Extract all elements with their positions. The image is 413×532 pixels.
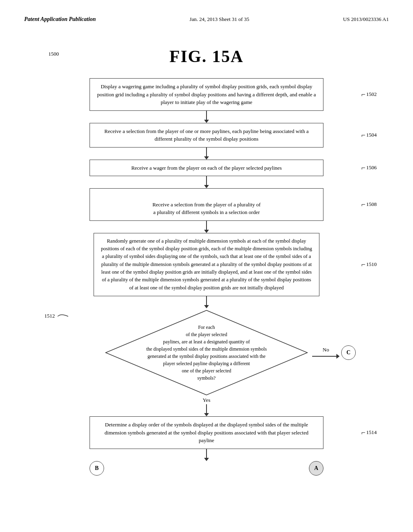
step-1510-text: Randomly generate one of a plurality of … — [101, 238, 312, 291]
step-1502-ref: 1502 — [366, 91, 377, 98]
bracket-icon-1506: ⌐ — [361, 164, 365, 171]
step-1510-box: Randomly generate one of a plurality of … — [94, 233, 319, 297]
arrow-1502-1504 — [204, 111, 209, 123]
bracket-icon-1502: ⌐ — [361, 91, 365, 98]
header-patent-number: US 2013/0023336 A1 — [343, 16, 389, 23]
bracket-icon-1510: ⌐ — [361, 261, 365, 268]
bracket-icon-1514: ⌐ — [361, 429, 365, 436]
step-1506-ref: 1506 — [366, 164, 377, 171]
arrow-1514-A — [204, 449, 209, 461]
step-1502-box: Display a wagering game including a plur… — [90, 78, 323, 111]
step-1508-text: Receive a selection from the player of a… — [152, 202, 261, 216]
step-1510-ref-area: ⌐ 1510 — [361, 261, 377, 268]
step-1506-box: Receive a wager from the player on each … — [90, 160, 323, 177]
step-1506-row: Receive a wager from the player on each … — [24, 160, 389, 177]
step-1502-row: Display a wagering game including a plur… — [24, 78, 389, 111]
no-label: No — [323, 347, 329, 353]
step-1514-row: Determine a display order of the symbols… — [24, 416, 389, 449]
figure-number-label: 1500 — [48, 51, 59, 57]
step-1504-box: Receive a selection from the player of o… — [90, 123, 323, 148]
step-1514-text: Determine a display order of the symbols… — [104, 422, 308, 443]
step-1514-ref-area: ⌐ 1514 — [361, 429, 377, 436]
connector-A: A — [309, 461, 323, 476]
diamond-1512-text: For each of the player selected paylines… — [138, 324, 275, 382]
step-1508-box: Receive a selection from the player of a… — [90, 188, 323, 221]
diamond-1512-container: For each of the player selected paylines… — [102, 308, 311, 397]
step-1502-text: Display a wagering game including a plur… — [97, 83, 316, 105]
step-1506-text: Receive a wager from the player on each … — [131, 165, 282, 171]
step-1502-ref-area: ⌐ 1502 — [361, 91, 377, 98]
header-publication-label: Patent Application Publication — [24, 16, 96, 23]
arrow-1506-1508 — [204, 176, 209, 188]
step-1504-row: Receive a selection from the player of o… — [24, 123, 389, 148]
bracket-icon-1504: ⌐ — [361, 131, 365, 139]
page: Patent Application Publication Jan. 24, … — [0, 0, 413, 532]
header-date-sheet: Jan. 24, 2013 Sheet 31 of 35 — [190, 16, 249, 23]
step-1508-ref: 1508 — [366, 201, 377, 208]
arrow-1504-1506 — [204, 148, 209, 160]
step-1504-ref: 1504 — [366, 132, 377, 138]
header: Patent Application Publication Jan. 24, … — [24, 16, 389, 23]
connector-B: B — [90, 461, 104, 476]
arrow-1508-1510 — [204, 221, 209, 233]
step-1512-label: 1512 — [44, 312, 69, 320]
arrow-yes-1514 — [204, 404, 209, 416]
bracket-icon-1508: ⌐ — [361, 201, 365, 208]
figure-title: FIG. 15A — [24, 47, 389, 66]
step-1508-row: Receive a selection from the player of a… — [24, 188, 389, 221]
step-1512-ref: 1512 — [44, 313, 55, 319]
decision-1512-area: 1512 For each of the player selected pay… — [24, 308, 389, 416]
flowchart: Display a wagering game including a plur… — [24, 78, 389, 476]
step-1508-ref-area: ⌐ 1508 — [361, 201, 377, 208]
step-1506-ref-area: ⌐ 1506 — [361, 164, 377, 171]
step-1514-ref: 1514 — [366, 429, 377, 436]
figure-title-area: 1500 FIG. 15A — [24, 47, 389, 66]
no-branch: No C — [312, 345, 356, 360]
step-1510-ref: 1510 — [366, 261, 377, 268]
step-1504-ref-area: ⌐ 1504 — [361, 131, 377, 139]
yes-branch: Yes — [203, 397, 211, 416]
yes-label: Yes — [203, 397, 211, 403]
connector-C: C — [341, 345, 356, 360]
step-1504-text: Receive a selection from the player of o… — [104, 128, 309, 142]
step-1514-box: Determine a display order of the symbols… — [90, 416, 323, 449]
step-1510-row: Randomly generate one of a plurality of … — [24, 233, 389, 297]
bottom-connectors: B A — [90, 461, 323, 476]
arrow-1510-diamond — [204, 296, 209, 308]
